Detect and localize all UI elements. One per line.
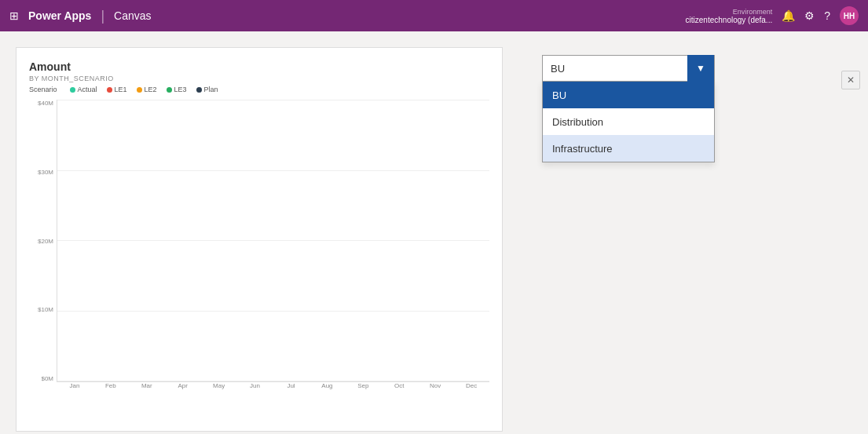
x-label: Sep <box>345 382 381 398</box>
y-label: $10M <box>38 306 53 313</box>
chart-plot <box>57 100 489 382</box>
notification-icon[interactable]: 🔔 <box>782 9 795 22</box>
main-content: Amount BY MONTH_SCENARIO ScenarioActualL… <box>0 31 868 434</box>
env-name: citizentechnology (defa... <box>686 16 773 24</box>
x-label: May <box>201 382 237 398</box>
dropdown-chevron: ▼ <box>687 55 714 82</box>
x-label: Feb <box>93 382 129 398</box>
x-label: Nov <box>417 382 453 398</box>
y-label: $0M <box>41 375 53 382</box>
x-label: Dec <box>453 382 489 398</box>
y-axis: $40M$30M$20M$10M$0M <box>29 100 57 382</box>
chart-title: Amount <box>29 60 489 73</box>
x-label: Mar <box>129 382 165 398</box>
dropdown-option[interactable]: BU <box>543 82 714 108</box>
x-axis: JanFebMarAprMayJunJulAugSepOctNovDec <box>57 382 489 398</box>
y-label: $40M <box>38 100 53 107</box>
x-label: Jun <box>237 382 273 398</box>
legend-item: Plan <box>196 86 218 93</box>
grid-icon: ⊞ <box>9 9 19 22</box>
topbar-separator: | <box>101 8 104 24</box>
topbar-right: Environment citizentechnology (defa... 🔔… <box>686 6 859 25</box>
dropdown-option[interactable]: Infrastructure <box>543 135 714 162</box>
legend-item: LE3 <box>167 86 187 93</box>
x-label: Apr <box>165 382 201 398</box>
help-icon[interactable]: ? <box>824 9 830 22</box>
x-label: Jul <box>273 382 309 398</box>
dropdown-list: BUDistributionInfrastructure <box>542 81 715 162</box>
y-label: $30M <box>38 169 53 176</box>
app-name: Canvas <box>114 9 151 22</box>
bars-container <box>57 100 489 381</box>
avatar[interactable]: HH <box>840 6 859 25</box>
settings-icon[interactable]: ⚙ <box>804 9 815 22</box>
dropdown-area: BU ▼ BUDistributionInfrastructure <box>542 55 715 162</box>
x-label: Jan <box>57 382 93 398</box>
app-logo: Power Apps <box>28 9 91 22</box>
x-label: Oct <box>381 382 417 398</box>
x-label: Aug <box>309 382 345 398</box>
legend-item: Actual <box>70 86 97 93</box>
dropdown-selected: BU <box>551 63 687 75</box>
legend-item: LE2 <box>137 86 157 93</box>
close-button[interactable]: ✕ <box>841 71 860 89</box>
dropdown-option[interactable]: Distribution <box>543 108 714 135</box>
dropdown-button[interactable]: BU ▼ <box>542 55 715 82</box>
legend-item: LE1 <box>107 86 127 93</box>
chart-card: Amount BY MONTH_SCENARIO ScenarioActualL… <box>16 47 503 432</box>
chart-area: $40M$30M$20M$10M$0M JanFebMarAprMayJunJu… <box>29 100 489 398</box>
env-label: Environment <box>733 8 773 16</box>
topbar: ⊞ Power Apps | Canvas Environment citize… <box>0 0 868 31</box>
chart-subtitle: BY MONTH_SCENARIO <box>29 75 489 82</box>
chart-legend: ScenarioActualLE1LE2LE3Plan <box>29 86 489 93</box>
environment-info: Environment citizentechnology (defa... <box>686 8 773 24</box>
y-label: $20M <box>38 238 53 245</box>
